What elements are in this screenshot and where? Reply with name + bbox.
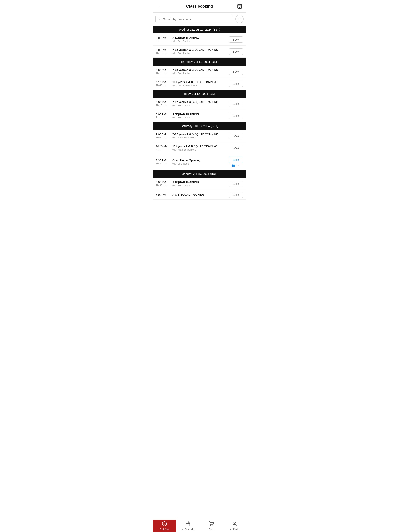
class-action: Book [229,36,243,43]
nav-item-store[interactable]: Store [200,520,223,532]
calendar-button[interactable] [236,3,243,10]
svg-rect-0 [238,5,242,8]
class-action: Book [229,181,243,187]
class-instructor: with Seb Pallier [172,72,229,75]
class-duration: 1h 15 min [156,72,172,75]
class-duration: 1h 15 min [156,52,172,55]
svg-point-12 [162,522,167,526]
class-instructor: with Kate Beardmore [172,136,229,139]
class-item: 3:30 PM1h 30 minOpen House Sparringwith … [153,154,246,170]
class-time: 9:00 AM1h 45 min [156,133,172,139]
svg-line-5 [161,19,161,20]
class-duration: 1h 15 min [156,104,172,107]
book-button[interactable]: Book [229,181,243,187]
class-name: 7-12 years A & B SQUAD TRAINING [172,101,229,104]
capacity-icon: 👥 [232,164,235,167]
class-name: Open House Sparring [172,159,229,162]
class-item: 5:00 PM1h 15 min7-12 years A & B SQUAD T… [153,66,246,78]
filter-button[interactable] [235,15,244,23]
class-action: Book [229,133,243,139]
book-button[interactable]: Book [229,49,243,55]
class-time-main: 5:00 PM [156,36,172,39]
class-action: Book👥0/10 [229,157,243,167]
class-info: 7-12 years A & B SQUAD TRAININGwith Seb … [172,48,229,55]
book-button[interactable]: Book [229,192,243,198]
class-duration: 1h 45 min [156,84,172,87]
date-header-2: Friday, Jul 12, 2024 (BST) [153,90,246,98]
book-button[interactable]: Book [229,36,243,43]
class-instructor: with Seb Pallier [172,184,229,187]
class-time: 10:45 AM2 h [156,145,172,151]
book-button[interactable]: Book [229,69,243,75]
date-header-3: Saturday, Jul 13, 2024 (BST) [153,122,246,130]
class-time-main: 5:00 PM [156,49,172,52]
class-time: 5:00 PM3 h [156,36,172,43]
capacity-row: 👥0/10 [232,164,240,167]
class-action: Book [229,49,243,55]
class-time: 5:00 PM1h 15 min [156,49,172,55]
class-item: 10:45 AM2 h13+ years A & B SQUAD TRAININ… [153,142,246,154]
book-button[interactable]: Book [229,101,243,107]
class-time: 5:00 PM [156,193,172,196]
class-item: 5:00 PM1h 15 min7-12 years A & B SQUAD T… [153,45,246,58]
class-time: 3:30 PM1h 30 min [156,159,172,165]
class-time-main: 5:00 PM [156,101,172,104]
class-duration: 1h 45 min [156,136,172,139]
svg-point-17 [210,526,211,526]
class-item: 5:00 PM3 hA SQUAD TRAININGwith Seb Palli… [153,33,246,45]
class-info: 13+ years A & B SQUAD TRAININGwith Kate … [172,145,229,151]
class-item: 5:00 PM1h 15 min7-12 years A & B SQUAD T… [153,98,246,110]
class-item: 5:00 PM A & B SQUAD TRAINING Book [153,190,246,200]
class-time-main: 3:30 PM [156,159,172,162]
class-instructor: with Emily Beardmore [172,84,229,87]
class-time: 5:00 PM1h 15 min [156,69,172,75]
class-instructor: with Seb Pallier [172,116,229,119]
class-instructor: with Kate Beardmore [172,148,229,151]
book-button[interactable]: Book [229,157,243,163]
capacity-count: 0/10 [236,164,240,167]
class-info: Open House Sparringwith Ellis Rees [172,159,229,165]
date-header-4: Monday, Jul 15, 2024 (BST) [153,170,246,178]
bottom-nav: Book Now My Schedule Store My Profile [153,519,246,532]
class-time: 6:15 PM1h 45 min [156,81,172,87]
class-duration: 2h 30 min [156,184,172,187]
class-name: 7-12 years A & B SQUAD TRAINING [172,133,229,136]
class-name: A SQUAD TRAINING [172,113,229,116]
book-button[interactable]: Book [229,145,243,151]
svg-point-11 [239,20,239,20]
date-header-1: Thursday, Jul 11, 2024 (BST) [153,58,246,66]
class-time-main: 6:15 PM [156,81,172,84]
class-action: Book [229,81,243,87]
class-time: 5:00 PM2h 30 min [156,181,172,187]
class-action: Book [229,113,243,119]
nav-icon-2 [209,521,214,527]
class-action: Book [229,69,243,75]
nav-item-my-profile[interactable]: My Profile [223,520,246,532]
class-name: 13+ years A & B SQUAD TRAINING [172,80,229,83]
class-name: 7-12 years A & B SQUAD TRAINING [172,48,229,51]
class-action: Book [229,145,243,151]
class-time-main: 5:00 PM [156,181,172,184]
svg-point-10 [240,19,241,19]
book-button[interactable]: Book [229,133,243,139]
back-button[interactable]: ‹ [156,3,163,10]
book-button[interactable]: Book [229,81,243,87]
search-input[interactable] [163,18,231,21]
nav-icon-3 [232,521,237,527]
class-time-main: 6:00 PM [156,113,172,116]
class-info: 7-12 years A & B SQUAD TRAININGwith Seb … [172,68,229,75]
nav-item-my-schedule[interactable]: My Schedule [176,520,200,532]
class-info: A SQUAD TRAININGwith Seb Pallier [172,36,229,43]
nav-item-book-now[interactable]: Book Now [153,520,176,532]
page-title: Class booking [186,4,213,9]
search-icon [158,17,161,21]
book-button[interactable]: Book [229,113,243,119]
date-header-0: Wednesday, Jul 10, 2024 (BST) [153,25,246,33]
class-duration: 1h 30 min [156,162,172,165]
class-action: Book [229,192,243,198]
class-instructor: with Seb Pallier [172,40,229,43]
class-name: A SQUAD TRAINING [172,181,229,184]
class-instructor: with Seb Pallier [172,104,229,107]
class-time-main: 5:00 PM [156,193,172,196]
class-instructor: with Ellis Rees [172,162,229,165]
